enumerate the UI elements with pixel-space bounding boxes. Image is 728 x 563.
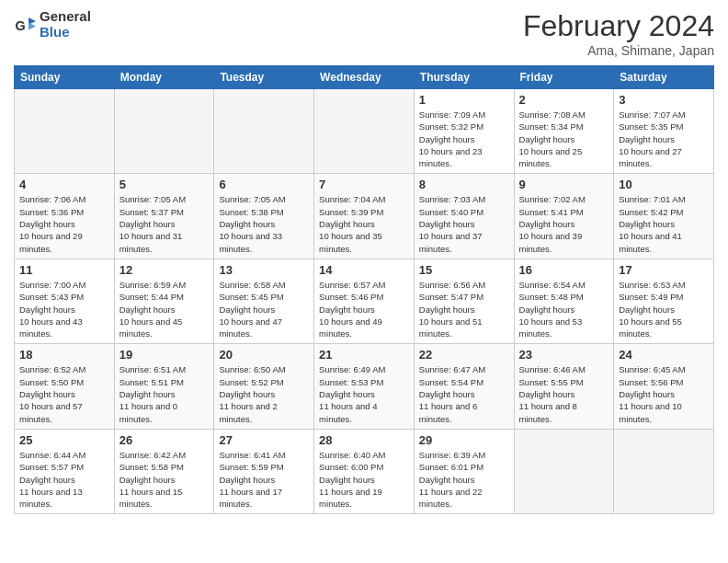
day-info: Sunrise: 7:05 AM Sunset: 5:37 PM Dayligh… xyxy=(119,193,210,254)
weekday-header-friday: Friday xyxy=(514,66,614,89)
sunrise-label: Sunrise: xyxy=(19,450,51,460)
daylight-label: Daylight hours xyxy=(419,304,475,315)
sunrise-label: Sunrise: xyxy=(119,280,152,290)
svg-text:G: G xyxy=(16,17,26,32)
day-number: 2 xyxy=(519,93,609,107)
sunrise-label: Sunrise: xyxy=(419,109,451,120)
daylight-label: Daylight hours xyxy=(219,219,275,229)
calendar-cell xyxy=(15,89,115,174)
calendar-cell xyxy=(514,429,614,513)
calendar-cell: 27 Sunrise: 6:41 AM Sunset: 5:59 PM Dayl… xyxy=(214,429,314,513)
day-number: 12 xyxy=(119,263,210,277)
day-number: 7 xyxy=(319,178,409,191)
title-block: February 2024 Ama, Shimane, Japan xyxy=(523,9,714,58)
day-number: 26 xyxy=(119,433,210,447)
day-number: 20 xyxy=(219,348,309,362)
daylight-label: Daylight hours xyxy=(19,304,75,315)
sunset-label: Sunset: xyxy=(19,462,49,472)
sunset-label: Sunset: xyxy=(619,121,648,132)
day-number: 27 xyxy=(219,433,309,447)
sunrise-label: Sunrise: xyxy=(219,194,251,204)
day-number: 18 xyxy=(19,348,109,362)
day-number: 5 xyxy=(119,178,210,191)
sunrise-label: Sunrise: xyxy=(119,364,152,374)
daylight-label: Daylight hours xyxy=(519,304,575,315)
daylight-label: Daylight hours xyxy=(519,134,575,144)
weekday-header-sunday: Sunday xyxy=(15,66,115,89)
day-number: 11 xyxy=(19,263,109,277)
sunset-label: Sunset: xyxy=(419,207,449,217)
calendar-cell: 17 Sunrise: 6:53 AM Sunset: 5:49 PM Dayl… xyxy=(614,259,714,343)
day-number: 17 xyxy=(619,263,709,277)
calendar-cell: 7 Sunrise: 7:04 AM Sunset: 5:39 PM Dayli… xyxy=(314,174,415,259)
calendar-cell: 22 Sunrise: 6:47 AM Sunset: 5:54 PM Dayl… xyxy=(414,344,514,429)
daylight-label: Daylight hours xyxy=(219,389,275,399)
calendar-cell xyxy=(614,429,714,513)
sunset-label: Sunset: xyxy=(219,462,248,472)
calendar-cell: 2 Sunrise: 7:08 AM Sunset: 5:34 PM Dayli… xyxy=(514,89,614,174)
sunrise-label: Sunrise: xyxy=(419,280,451,290)
day-info: Sunrise: 6:39 AM Sunset: 6:01 PM Dayligh… xyxy=(419,449,509,510)
sunset-label: Sunset: xyxy=(419,462,449,472)
sunset-label: Sunset: xyxy=(319,462,348,472)
sunset-label: Sunset: xyxy=(419,292,449,302)
day-info: Sunrise: 6:54 AM Sunset: 5:48 PM Dayligh… xyxy=(519,279,609,339)
day-number: 25 xyxy=(19,433,109,447)
sunset-label: Sunset: xyxy=(219,292,248,302)
sunrise-label: Sunrise: xyxy=(319,194,351,204)
calendar-week-4: 18 Sunrise: 6:52 AM Sunset: 5:50 PM Dayl… xyxy=(15,344,714,429)
daylight-label: Daylight hours xyxy=(219,304,275,315)
sunrise-label: Sunrise: xyxy=(119,450,152,460)
day-number: 28 xyxy=(319,433,409,447)
day-number: 10 xyxy=(619,178,709,191)
sunset-label: Sunset: xyxy=(419,377,449,387)
calendar-cell: 16 Sunrise: 6:54 AM Sunset: 5:48 PM Dayl… xyxy=(514,259,614,343)
day-info: Sunrise: 6:44 AM Sunset: 5:57 PM Dayligh… xyxy=(19,449,109,510)
daylight-label: Daylight hours xyxy=(319,389,375,399)
logo-icon: G xyxy=(14,14,36,36)
sunset-label: Sunset: xyxy=(119,462,149,472)
sunrise-label: Sunrise: xyxy=(419,364,451,374)
sunset-label: Sunset: xyxy=(119,377,149,387)
sunrise-label: Sunrise: xyxy=(619,280,651,290)
sunset-label: Sunset: xyxy=(319,377,348,387)
day-info: Sunrise: 6:47 AM Sunset: 5:54 PM Dayligh… xyxy=(419,363,509,424)
calendar-cell: 6 Sunrise: 7:05 AM Sunset: 5:38 PM Dayli… xyxy=(214,174,314,259)
daylight-label: Daylight hours xyxy=(219,475,275,485)
weekday-header-monday: Monday xyxy=(114,66,214,89)
logo: G General Blue xyxy=(14,9,91,40)
day-number: 9 xyxy=(519,178,609,191)
month-title: February 2024 xyxy=(523,9,714,43)
day-number: 24 xyxy=(619,348,709,362)
day-number: 21 xyxy=(319,348,409,362)
daylight-label: Daylight hours xyxy=(119,219,176,229)
calendar-cell: 4 Sunrise: 7:06 AM Sunset: 5:36 PM Dayli… xyxy=(15,174,115,259)
daylight-label: Daylight hours xyxy=(419,389,475,399)
calendar-cell: 5 Sunrise: 7:05 AM Sunset: 5:37 PM Dayli… xyxy=(114,174,214,259)
sunset-label: Sunset: xyxy=(319,292,348,302)
day-number: 13 xyxy=(219,263,309,277)
calendar-cell: 25 Sunrise: 6:44 AM Sunset: 5:57 PM Dayl… xyxy=(15,429,115,513)
sunrise-label: Sunrise: xyxy=(619,109,651,120)
sunrise-label: Sunrise: xyxy=(419,194,451,204)
daylight-label: Daylight hours xyxy=(19,219,75,229)
daylight-label: Daylight hours xyxy=(619,304,675,315)
day-info: Sunrise: 7:04 AM Sunset: 5:39 PM Dayligh… xyxy=(319,193,409,254)
sunset-label: Sunset: xyxy=(519,292,549,302)
daylight-label: Daylight hours xyxy=(419,134,475,144)
page-header: G General Blue February 2024 Ama, Shiman… xyxy=(14,9,714,58)
day-number: 4 xyxy=(19,178,109,191)
calendar-cell: 18 Sunrise: 6:52 AM Sunset: 5:50 PM Dayl… xyxy=(15,344,115,429)
day-info: Sunrise: 6:52 AM Sunset: 5:50 PM Dayligh… xyxy=(19,363,109,424)
sunrise-label: Sunrise: xyxy=(19,364,51,374)
day-info: Sunrise: 6:57 AM Sunset: 5:46 PM Dayligh… xyxy=(319,279,409,339)
day-number: 22 xyxy=(419,348,509,362)
day-info: Sunrise: 6:49 AM Sunset: 5:53 PM Dayligh… xyxy=(319,363,409,424)
day-info: Sunrise: 7:05 AM Sunset: 5:38 PM Dayligh… xyxy=(219,193,309,254)
calendar-cell xyxy=(314,89,415,174)
day-info: Sunrise: 6:41 AM Sunset: 5:59 PM Dayligh… xyxy=(219,449,309,510)
calendar-cell: 14 Sunrise: 6:57 AM Sunset: 5:46 PM Dayl… xyxy=(314,259,415,343)
svg-marker-2 xyxy=(28,22,36,29)
day-info: Sunrise: 7:00 AM Sunset: 5:43 PM Dayligh… xyxy=(19,279,109,339)
day-number: 14 xyxy=(319,263,409,277)
